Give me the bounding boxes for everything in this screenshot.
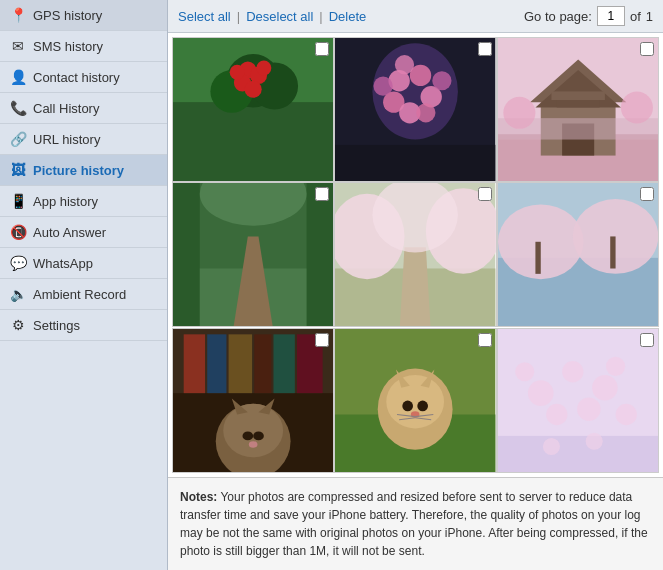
svg-point-66 (249, 441, 258, 447)
svg-point-91 (585, 432, 602, 449)
picture-history-icon: 🖼 (10, 162, 26, 178)
svg-point-86 (577, 397, 601, 421)
gps-history-icon: 📍 (10, 7, 26, 23)
sms-history-icon: ✉ (10, 38, 26, 54)
sidebar-item-settings[interactable]: ⚙Settings (0, 310, 167, 341)
svg-rect-50 (535, 242, 540, 274)
svg-point-74 (418, 400, 429, 411)
photo-cell-8 (334, 328, 496, 473)
svg-point-8 (256, 60, 271, 75)
photo-checkbox-8[interactable] (478, 333, 492, 347)
photo-image-9 (498, 329, 658, 472)
settings-label: Settings (33, 318, 80, 333)
page-number-input[interactable] (597, 6, 625, 26)
page-input-wrap (597, 6, 625, 26)
photo-cell-4 (172, 182, 334, 327)
svg-rect-37 (173, 183, 200, 327)
photo-checkbox-6[interactable] (640, 187, 654, 201)
photo-cell-3 (497, 37, 659, 182)
svg-point-84 (592, 375, 618, 401)
ambient-record-label: Ambient Record (33, 287, 126, 302)
notes-section: Notes: Your photos are compressed and re… (168, 477, 663, 570)
photo-cell-6 (497, 182, 659, 327)
ambient-record-icon: 🔈 (10, 286, 26, 302)
photo-checkbox-1[interactable] (315, 42, 329, 56)
call-history-icon: 📞 (10, 100, 26, 116)
svg-point-33 (621, 91, 653, 123)
svg-point-65 (253, 431, 264, 440)
svg-point-90 (543, 438, 560, 455)
svg-rect-30 (551, 91, 604, 100)
page-total: 1 (646, 9, 653, 24)
svg-point-89 (615, 403, 636, 424)
toolbar-actions: Select all | Deselect all | Delete (178, 9, 366, 24)
app-history-label: App history (33, 194, 98, 209)
svg-marker-42 (399, 247, 431, 327)
sidebar-item-auto-answer[interactable]: 📵Auto Answer (0, 217, 167, 248)
auto-answer-label: Auto Answer (33, 225, 106, 240)
photo-cell-2 (334, 37, 496, 182)
delete-link[interactable]: Delete (329, 9, 367, 24)
svg-rect-54 (184, 334, 205, 393)
photo-checkbox-4[interactable] (315, 187, 329, 201)
go-to-page-label: Go to page: (524, 9, 592, 24)
svg-point-82 (528, 380, 554, 406)
sidebar-item-call-history[interactable]: 📞Call History (0, 93, 167, 124)
sidebar-item-contact-history[interactable]: 👤Contact history (0, 62, 167, 93)
svg-rect-55 (207, 334, 226, 393)
sidebar-item-app-history[interactable]: 📱App history (0, 186, 167, 217)
svg-rect-57 (254, 334, 271, 393)
svg-rect-1 (173, 102, 333, 182)
svg-rect-81 (498, 436, 658, 473)
svg-point-64 (242, 431, 253, 440)
sidebar-item-url-history[interactable]: 🔗URL history (0, 124, 167, 155)
call-history-label: Call History (33, 101, 99, 116)
photo-image-7 (173, 329, 333, 472)
picture-history-label: Picture history (33, 163, 124, 178)
svg-point-19 (417, 103, 436, 122)
svg-rect-56 (229, 334, 253, 393)
svg-point-83 (562, 361, 583, 382)
contact-history-label: Contact history (33, 70, 120, 85)
whatsapp-icon: 💬 (10, 255, 26, 271)
photo-checkbox-2[interactable] (478, 42, 492, 56)
url-history-icon: 🔗 (10, 131, 26, 147)
sidebar-item-whatsapp[interactable]: 💬WhatsApp (0, 248, 167, 279)
toolbar: Select all | Deselect all | Delete Go to… (168, 0, 663, 33)
page-of-label: of (630, 9, 641, 24)
select-all-link[interactable]: Select all (178, 9, 231, 24)
svg-point-20 (395, 55, 414, 74)
svg-rect-38 (307, 183, 334, 327)
sidebar: 📍GPS history✉SMS history👤Contact history… (0, 0, 168, 570)
photo-checkbox-7[interactable] (315, 333, 329, 347)
photo-checkbox-3[interactable] (640, 42, 654, 56)
photo-image-8 (335, 329, 495, 472)
svg-point-87 (606, 356, 625, 375)
photo-image-3 (498, 38, 658, 181)
photo-image-1 (173, 38, 333, 181)
notes-label: Notes: (180, 490, 217, 504)
url-history-label: URL history (33, 132, 100, 147)
sidebar-item-ambient-record[interactable]: 🔈Ambient Record (0, 279, 167, 310)
gps-history-label: GPS history (33, 8, 102, 23)
svg-point-61 (223, 403, 283, 456)
sidebar-item-sms-history[interactable]: ✉SMS history (0, 31, 167, 62)
photo-checkbox-9[interactable] (640, 333, 654, 347)
photo-cell-7 (172, 328, 334, 473)
deselect-all-link[interactable]: Deselect all (246, 9, 313, 24)
svg-point-73 (403, 400, 414, 411)
svg-point-88 (515, 362, 534, 381)
settings-icon: ⚙ (10, 317, 26, 333)
svg-point-21 (433, 71, 452, 90)
svg-point-18 (374, 76, 393, 95)
notes-text: Your photos are compressed and resized b… (180, 490, 648, 558)
sidebar-item-gps-history[interactable]: 📍GPS history (0, 0, 167, 31)
svg-rect-58 (273, 334, 294, 393)
sidebar-item-picture-history[interactable]: 🖼Picture history (0, 155, 167, 186)
photo-checkbox-5[interactable] (478, 187, 492, 201)
whatsapp-label: WhatsApp (33, 256, 93, 271)
contact-history-icon: 👤 (10, 69, 26, 85)
photo-grid (168, 33, 663, 477)
sms-history-label: SMS history (33, 39, 103, 54)
svg-point-70 (387, 375, 445, 428)
